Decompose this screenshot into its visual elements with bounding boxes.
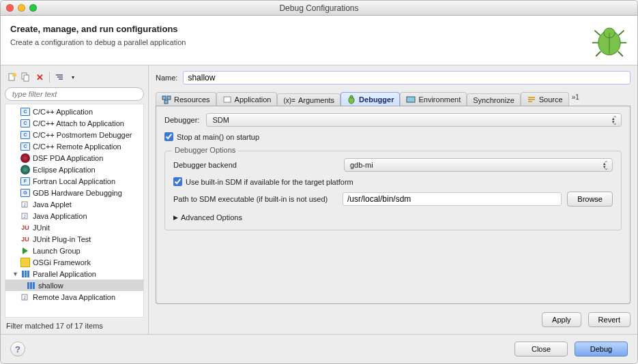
java-icon: J xyxy=(20,200,30,209)
close-button[interactable]: Close xyxy=(514,342,568,357)
stop-at-main-checkbox[interactable]: Stop at main() on startup xyxy=(164,132,259,141)
apply-revert-row: Apply Revert xyxy=(156,304,630,327)
tree-label: Remote Java Application xyxy=(33,293,115,301)
tree-label: Launch Group xyxy=(33,247,81,255)
browse-button[interactable]: Browse xyxy=(567,192,613,207)
revert-button[interactable]: Revert xyxy=(588,312,630,327)
tab-arguments[interactable]: (x)=Arguments xyxy=(277,93,340,106)
svg-text:J: J xyxy=(23,214,26,219)
advanced-options-toggle[interactable]: ▶ Advanced Options xyxy=(173,213,613,222)
bug-icon xyxy=(347,95,356,104)
tree-label: shallow xyxy=(38,282,63,290)
application-icon xyxy=(222,95,232,104)
tree-item-junit[interactable]: JUJUnit xyxy=(5,222,143,233)
tree-label: DSF PDA Application xyxy=(33,154,103,162)
filter-menu-icon[interactable]: ▾ xyxy=(67,71,79,83)
tab-application[interactable]: Application xyxy=(216,92,278,106)
tree-item-gdb-hw[interactable]: GGDB Hardware Debugging xyxy=(5,187,143,198)
backend-select[interactable]: gdb-mi▴▾ xyxy=(344,158,613,172)
footer-buttons: Close Debug xyxy=(514,342,628,357)
junit-icon: JU xyxy=(20,234,30,244)
tree-item-c-app[interactable]: CC/C++ Application xyxy=(5,106,143,117)
svg-point-4 xyxy=(12,73,16,77)
name-row: Name: xyxy=(156,71,630,85)
tree-item-osgi[interactable]: OSGi Framework xyxy=(5,256,143,268)
delete-config-icon[interactable]: ✕ xyxy=(33,71,46,83)
tab-bar: Resources Application (x)=Arguments Debu… xyxy=(156,89,630,106)
svg-rect-6 xyxy=(24,75,29,81)
tree-label: GDB Hardware Debugging xyxy=(33,189,122,197)
name-input[interactable] xyxy=(183,71,630,85)
disclosure-triangle-icon[interactable]: ▼ xyxy=(12,271,18,277)
group-title: Debugger Options xyxy=(172,146,238,154)
tree-label: OSGi Framework xyxy=(33,258,91,267)
parallel-icon xyxy=(20,269,30,279)
play-icon xyxy=(20,246,30,256)
tree-item-java-app[interactable]: JJava Application xyxy=(5,210,143,222)
c-icon: C xyxy=(20,119,30,128)
use-builtin-checkbox[interactable]: Use built-in SDM if available for the ta… xyxy=(173,177,353,186)
checkbox-input[interactable] xyxy=(164,132,173,141)
tree-item-java-applet[interactable]: JJava Applet xyxy=(5,198,143,210)
sidebar: ✕ ▾ CC/C++ Application CC/C++ Attach to … xyxy=(1,65,149,334)
tree-item-eclipse-app[interactable]: Eclipse Application xyxy=(5,164,143,175)
tree-item-dsf[interactable]: DSF PDA Application xyxy=(5,152,143,164)
sidebar-toolbar: ✕ ▾ xyxy=(5,70,144,87)
arguments-icon: (x)= xyxy=(283,97,295,104)
tree-item-shallow[interactable]: shallow xyxy=(5,279,143,291)
tab-label: Application xyxy=(235,95,272,104)
tree-item-launch-group[interactable]: Launch Group xyxy=(5,245,143,256)
tab-label: Environment xyxy=(418,95,461,104)
svg-text:J: J xyxy=(23,202,26,207)
stop-at-main-row: Stop at main() on startup xyxy=(164,132,622,141)
advanced-label: Advanced Options xyxy=(181,213,242,222)
tab-source[interactable]: Source xyxy=(521,92,569,106)
debugger-select[interactable]: SDM▴▾ xyxy=(206,113,622,127)
svg-rect-16 xyxy=(224,97,231,102)
footer: ? Close Debug xyxy=(1,335,637,363)
tree-label: Fortran Local Application xyxy=(33,177,115,185)
tree-item-c-postmortem[interactable]: CC/C++ Postmortem Debugger xyxy=(5,129,143,140)
config-tree[interactable]: CC/C++ Application CC/C++ Attach to Appl… xyxy=(5,104,144,318)
sdm-path-label: Path to SDM executable (if built-in is n… xyxy=(173,195,337,203)
sdm-path-input[interactable] xyxy=(343,192,562,206)
select-value: gdb-mi xyxy=(350,161,373,169)
new-config-icon[interactable] xyxy=(6,71,18,83)
junit-icon: JU xyxy=(20,223,30,232)
separator xyxy=(49,72,50,82)
tree-item-junit-plugin[interactable]: JUJUnit Plug-in Test xyxy=(5,233,143,245)
checkbox-label: Use built-in SDM if available for the ta… xyxy=(186,178,353,186)
collapse-all-icon[interactable] xyxy=(53,71,66,83)
tab-label: Debugger xyxy=(359,95,394,104)
tree-label: C/C++ Postmortem Debugger xyxy=(33,131,132,139)
source-icon xyxy=(527,95,536,104)
checkbox-input[interactable] xyxy=(173,177,182,186)
help-button[interactable]: ? xyxy=(10,342,25,357)
disclosure-triangle-icon: ▶ xyxy=(173,214,178,221)
tab-environment[interactable]: Environment xyxy=(400,92,467,106)
use-builtin-row: Use built-in SDM if available for the ta… xyxy=(173,177,613,186)
tree-item-remote-java[interactable]: JRemote Java Application xyxy=(5,291,143,303)
tab-debugger[interactable]: Debugger xyxy=(340,92,400,106)
tab-overflow[interactable]: »1 xyxy=(569,91,582,103)
tree-item-fortran[interactable]: FFortran Local Application xyxy=(5,175,143,187)
debug-button[interactable]: Debug xyxy=(575,342,628,357)
java-icon: J xyxy=(20,292,30,302)
c-icon: C xyxy=(20,142,30,151)
tab-resources[interactable]: Resources xyxy=(156,92,216,106)
backend-row: Debugger backend gdb-mi▴▾ xyxy=(173,158,613,172)
environment-icon xyxy=(406,95,416,104)
tree-item-c-attach[interactable]: CC/C++ Attach to Application xyxy=(5,117,143,129)
apply-button[interactable]: Apply xyxy=(542,312,581,327)
osgi-icon xyxy=(20,258,30,267)
filter-input[interactable] xyxy=(5,87,144,101)
tree-label: JUnit Plug-in Test xyxy=(33,235,91,243)
duplicate-config-icon[interactable] xyxy=(20,71,32,83)
svg-rect-19 xyxy=(407,97,415,102)
tab-synchronize[interactable]: Synchronize xyxy=(467,93,521,106)
tree-label: C/C++ Attach to Application xyxy=(33,119,124,127)
window-title: Debug Configurations xyxy=(1,3,637,13)
tab-label: Source xyxy=(539,95,563,104)
tree-item-c-remote[interactable]: CC/C++ Remote Application xyxy=(5,140,143,152)
tree-item-parallel-app[interactable]: ▼Parallel Application xyxy=(5,268,143,279)
